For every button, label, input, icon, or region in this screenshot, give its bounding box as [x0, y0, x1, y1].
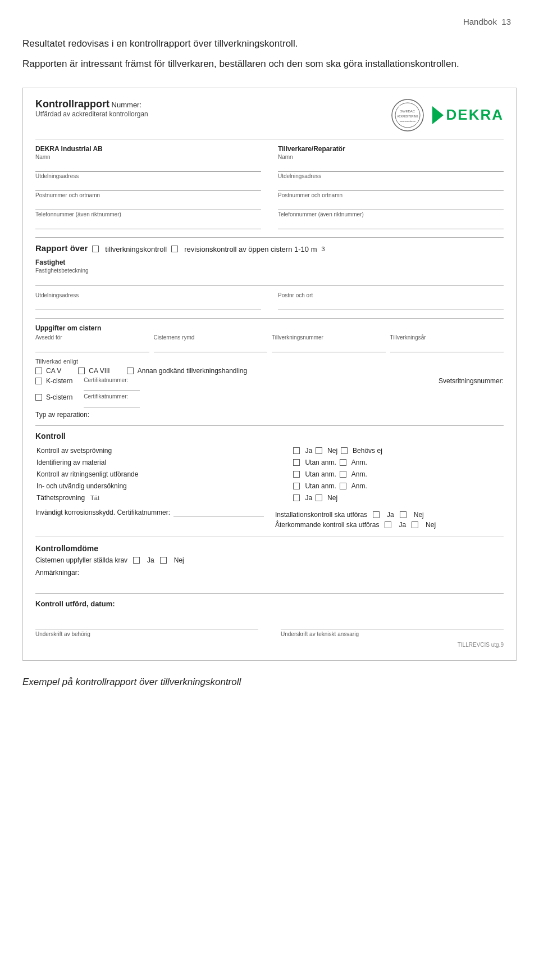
underskrift-row: Underskrift av behörig Underskrift av te… [35, 618, 504, 637]
cb-kcistern[interactable] [35, 378, 42, 384]
cb-cav[interactable] [35, 368, 42, 374]
cb-kcistern-item: K-cistern [35, 377, 72, 385]
dom-row: Cisternen uppfyller ställda krav Ja Nej [35, 556, 504, 564]
right-telefon-line [278, 218, 504, 229]
kontroll-checks-0: Ja Nej Behövs ej [293, 445, 503, 456]
right-postnr-label: Postnummer och ortnamn [278, 192, 504, 198]
aterkommande-label: Återkommande kontroll ska utföras [275, 521, 379, 529]
postnr-line [278, 299, 504, 310]
kontroll-label-1: Identifiering av material [36, 457, 292, 468]
swdac-logo: SWEDAC ACKREDITERING www.swedac.se [391, 98, 424, 132]
cb-undersokning-anm[interactable] [340, 483, 346, 489]
cb-install-nej[interactable] [400, 511, 406, 518]
aterkommande-row: Återkommande kontroll ska utföras Ja Nej [275, 521, 504, 529]
dekra-text: DEKRA [446, 106, 504, 124]
cb-install-ja[interactable] [373, 511, 380, 518]
cb-tillverkningskontroll[interactable] [92, 246, 99, 252]
cb-revisionskontroll[interactable] [171, 246, 178, 252]
rapport-row: Rapport över tillverkningskontroll revis… [35, 243, 504, 255]
kontroll-checks-1: Utan anm. Anm. [293, 457, 503, 468]
cb-svetsprovning-behovs[interactable] [341, 447, 348, 454]
cb-dom-nej[interactable] [160, 557, 167, 564]
right-telefon-label: Telefonnummer (även riktnummer) [278, 211, 504, 217]
cb-tathet-ja[interactable] [293, 494, 300, 501]
form-box: Kontrollrapport Nummer: Utfärdad av ackr… [22, 88, 517, 661]
cb-ater-nej[interactable] [412, 521, 418, 528]
rapport-label: Rapport över [35, 243, 88, 253]
cb-ritning-utananm[interactable] [293, 471, 300, 478]
tillverkad-block: Tillverkad enligt CA V CA VIII Annan god… [35, 358, 504, 419]
label-behovs-0: Behövs ej [353, 447, 382, 455]
uppgifter-line-2 [272, 341, 386, 352]
label-nej-0: Nej [327, 447, 337, 455]
dom-row-label: Cisternen uppfyller ställda krav [35, 556, 127, 564]
uppgifter-line-0 [35, 341, 149, 352]
uppgifter-section: Uppgifter om cistern Avsedd för Cisterne… [35, 324, 504, 353]
left-postnr-label: Postnummer och ortnamn [35, 192, 261, 198]
cb-material-anm[interactable] [340, 459, 346, 466]
left-postnr-line [35, 199, 261, 210]
cb-annan[interactable] [127, 368, 134, 374]
cb-svetsprovning-nej[interactable] [316, 447, 322, 454]
fastighet-line [35, 274, 504, 285]
tillverkad-title: Tillverkad enligt [35, 358, 504, 365]
installation-col: Installationskontroll ska utföras Ja Nej… [275, 509, 504, 530]
form-title-after: Nummer: [109, 101, 141, 109]
underskrift-left-line [35, 618, 258, 629]
kontroll-checks-2: Utan anm. Anm. [293, 469, 503, 479]
invandigt-inline: Invändigt korrosionsskydd. Certifikatnum… [35, 509, 264, 516]
cb-scistern[interactable] [35, 394, 42, 401]
label-ja-0: Ja [305, 447, 312, 455]
cb-scistern-item: S-cistern [35, 393, 72, 401]
invandigt-row: Invändigt korrosionsskydd. Certifikatnum… [35, 509, 504, 530]
cb-svetsprovning-ja[interactable] [293, 447, 300, 454]
rapport-cb1: tillverkningskontroll [105, 245, 167, 253]
caption: Exempel på kontrollrapport över tillverk… [22, 677, 517, 688]
cert-s-field: Certifikatnummer: [84, 393, 140, 407]
cert-s-label: Certifikatnummer: [84, 393, 140, 400]
svg-text:ACKREDITERING: ACKREDITERING [397, 115, 418, 118]
label-nej-4: Nej [327, 494, 337, 502]
cb-dom-ja[interactable] [133, 557, 140, 564]
underskrift-right-label: Underskrift av tekniskt ansvarig [281, 631, 504, 637]
cb-ritning-anm[interactable] [340, 471, 346, 478]
svets-label: Svetsritningsnummer: [438, 377, 504, 385]
cb-caviii[interactable] [78, 368, 85, 374]
cb-caviii-item: CA VIII [78, 367, 109, 375]
underskrift-left-label: Underskrift av behörig [35, 631, 258, 637]
uppgifter-field-1: Cisternens rymd [154, 333, 268, 353]
form-title-line: Kontrollrapport Nummer: [35, 98, 148, 110]
cb-material-utananm[interactable] [293, 459, 300, 466]
cert-s-value [84, 400, 140, 407]
cb-ater-ja[interactable] [385, 521, 391, 528]
address-row: Utdelningsadress Postnr och ort [35, 291, 504, 311]
uppgifter-label-3: Tillverkningsår [390, 334, 504, 341]
cb-tathet-nej[interactable] [316, 494, 322, 501]
logo-area: SWEDAC ACKREDITERING www.swedac.se DEKRA [391, 98, 504, 132]
uppgifter-field-3: Tillverkningsår [390, 333, 504, 353]
kontroll-checks-3: Utan anm. Anm. [293, 480, 503, 491]
fastighet-sub: Fastighetsbeteckning [35, 267, 504, 274]
right-company-label: Tillverkare/Reparatör [278, 145, 504, 153]
cert-k-label: Certifikatnummer: [84, 377, 140, 383]
fastighet-row: Fastighet Fastighetsbeteckning [35, 258, 504, 287]
cb-annan-item: Annan godkänd tillverkningshandling [127, 367, 247, 375]
right-company-col: Tillverkare/Reparatör Namn Utdelningsadr… [278, 145, 504, 230]
left-utdelnings-label: Utdelningsadress [35, 173, 261, 179]
underskrift-right-line [281, 618, 504, 629]
install-ja-label: Ja [387, 511, 394, 519]
cb-undersokning-utananm[interactable] [293, 483, 300, 489]
left-name-line [35, 161, 261, 172]
svg-text:SWEDAC: SWEDAC [400, 110, 415, 113]
dom-ja-label: Ja [147, 556, 154, 564]
cb-annan-label: Annan godkänd tillverkningshandling [138, 367, 247, 375]
label-anm-1: Anm. [351, 459, 367, 466]
kontroll-row-4: Täthetsprovning Tät Ja Nej [36, 492, 503, 503]
kontroll-section: Kontroll Kontroll av svetsprövning Ja Ne… [35, 432, 504, 530]
left-utdelnings-line [35, 180, 261, 191]
postnr-label: Postnr och ort [278, 292, 504, 298]
kontroll-row-2: Kontroll av ritningsenligt utförande Uta… [36, 469, 503, 479]
label-utananm-2: Utan anm. [305, 470, 336, 478]
kontroll-title: Kontroll [35, 432, 504, 441]
rapport-cb2: revisionskontroll av öppen cistern 1-10 … [184, 245, 317, 253]
